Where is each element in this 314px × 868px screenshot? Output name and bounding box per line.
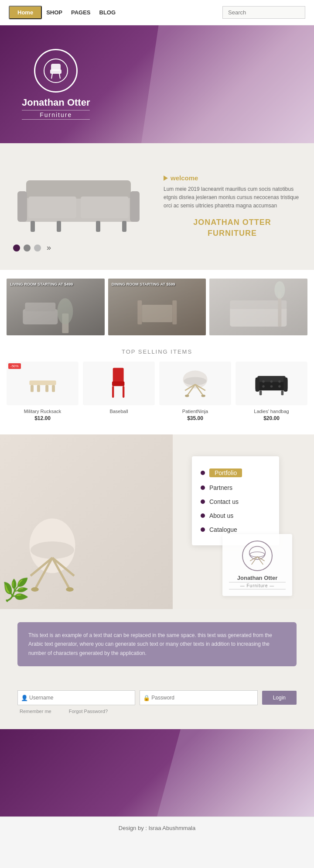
- menu-dot-catalogue: [201, 527, 205, 532]
- search-area: [222, 6, 305, 19]
- product-badge-1: -50%: [8, 363, 21, 369]
- svg-rect-8: [81, 196, 129, 218]
- navbar: Home SHOP PAGES BLOG: [0, 0, 314, 25]
- logo-card-title: Jonathan Otter: [229, 575, 286, 581]
- welcome-brand-name: JONATHAN OTTER FURNITURE: [164, 217, 301, 239]
- portfolio-bg: 🌿: [0, 434, 173, 609]
- black-sofa-icon: [253, 370, 290, 396]
- svg-rect-53: [259, 390, 262, 395]
- carousel-next[interactable]: »: [47, 243, 51, 252]
- product-card-3[interactable]: PatientNinja $35.00: [159, 362, 231, 421]
- password-input-wrap: 🔒: [140, 690, 257, 705]
- svg-line-3: [51, 73, 52, 79]
- svg-rect-32: [112, 382, 124, 386]
- product-price-1: $12.00: [7, 415, 78, 421]
- username-input[interactable]: [17, 690, 135, 705]
- menu-dot-about: [201, 513, 205, 518]
- nav-pages-link[interactable]: PAGES: [71, 9, 91, 16]
- svg-rect-9: [17, 191, 27, 222]
- logo-card-chair-icon: [246, 545, 268, 567]
- remember-me-link[interactable]: Remember me: [20, 709, 51, 714]
- menu-dot-partners: [201, 486, 205, 490]
- svg-point-50: [278, 385, 281, 388]
- svg-point-62: [66, 587, 74, 592]
- bottom-hero-overlay: [157, 729, 314, 816]
- welcome-section: » welcome Lum meie 2019 lacneanrit mauri…: [0, 143, 314, 270]
- search-input[interactable]: [222, 6, 305, 19]
- svg-rect-34: [123, 386, 124, 398]
- menu-label-about: About us: [209, 512, 233, 519]
- svg-point-25: [275, 281, 285, 299]
- product-card-4[interactable]: Ladies' handbag $20.00: [236, 362, 307, 421]
- logo-card: Jonathan Otter — Furniture —: [222, 534, 292, 596]
- svg-rect-10: [130, 191, 140, 222]
- svg-rect-11: [31, 221, 35, 232]
- product-img-4: [236, 362, 307, 405]
- product-price-4: $20.00: [236, 415, 307, 421]
- svg-rect-19: [142, 305, 172, 322]
- product-name-4: Ladies' handbag: [236, 409, 307, 414]
- products-grid: -50% Military Rucksack $12.00: [7, 362, 307, 421]
- product-card-1[interactable]: -50% Military Rucksack $12.00: [7, 362, 78, 421]
- text-box-content: This text is an example of a text that c…: [28, 631, 286, 658]
- hero-section: Jonathan Otter Furniture: [0, 25, 314, 143]
- product-img-3: [159, 362, 231, 405]
- user-icon: 👤: [21, 695, 28, 701]
- carousel-dot-3[interactable]: [34, 245, 41, 251]
- svg-point-45: [262, 380, 265, 383]
- svg-rect-15: [23, 309, 58, 324]
- menu-item-portfolio[interactable]: Portfolio: [201, 465, 270, 481]
- menu-dot-portfolio: [201, 471, 205, 475]
- svg-point-36: [184, 377, 206, 386]
- hero-logo-circle: [34, 49, 78, 93]
- svg-rect-51: [256, 378, 259, 392]
- nav-shop-link[interactable]: SHOP: [46, 9, 62, 16]
- svg-rect-1: [51, 64, 60, 70]
- forgot-password-link[interactable]: Forgot Password?: [69, 709, 108, 714]
- room-card-bedroom[interactable]: [209, 279, 307, 335]
- portfolio-chair-icon: [22, 513, 83, 600]
- logo-card-circle: [242, 541, 273, 571]
- svg-rect-2: [51, 70, 61, 73]
- welcome-heading-label: welcome: [171, 174, 198, 182]
- product-price-3: $35.00: [159, 415, 231, 421]
- menu-item-contact[interactable]: Contact us: [201, 495, 270, 509]
- sofa-illustration: [13, 161, 144, 235]
- room-card-dining[interactable]: DINING ROOM STARTING AT $599: [108, 279, 206, 335]
- login-links: Remember me Forgot Password?: [17, 709, 297, 714]
- svg-point-56: [31, 541, 74, 559]
- lock-icon: 🔒: [143, 695, 150, 701]
- shell-chair-icon: [179, 368, 212, 399]
- carousel-dot-1[interactable]: [13, 245, 20, 251]
- svg-rect-26: [29, 380, 56, 385]
- svg-rect-54: [281, 390, 284, 395]
- svg-rect-21: [172, 300, 177, 324]
- login-button[interactable]: Login: [262, 691, 297, 705]
- carousel-dot-2[interactable]: [24, 245, 31, 251]
- svg-point-42: [201, 395, 205, 397]
- svg-rect-7: [28, 196, 76, 218]
- top-selling-section: TOP SELLING ITEMS -50% Military Rucksack…: [0, 344, 314, 434]
- nav-blog-link[interactable]: BLOG: [99, 9, 116, 16]
- product-name-1: Military Rucksack: [7, 409, 78, 414]
- bottom-hero-section: [0, 729, 314, 816]
- menu-item-partners[interactable]: Partners: [201, 481, 270, 495]
- svg-rect-6: [26, 180, 131, 199]
- product-name-2: Baseball: [83, 409, 155, 414]
- password-input[interactable]: [140, 690, 257, 705]
- svg-rect-27: [31, 385, 34, 392]
- svg-rect-12: [57, 221, 61, 232]
- nav-home-button[interactable]: Home: [9, 6, 42, 19]
- product-name-3: PatientNinja: [159, 409, 231, 414]
- top-selling-title: TOP SELLING ITEMS: [7, 348, 307, 355]
- svg-rect-20: [137, 300, 142, 324]
- room-living-icon: [7, 279, 105, 335]
- menu-label-partners: Partners: [209, 484, 232, 491]
- login-form: 👤 🔒 Login: [17, 690, 297, 705]
- bench-icon: [27, 372, 58, 394]
- footer-text: Design by : Israa Abushmmala: [119, 825, 195, 831]
- room-card-living[interactable]: LIVING ROOM STARTING AT $499: [7, 279, 105, 335]
- svg-rect-14: [122, 221, 126, 232]
- menu-item-about[interactable]: About us: [201, 509, 270, 523]
- product-card-2[interactable]: Baseball: [83, 362, 155, 421]
